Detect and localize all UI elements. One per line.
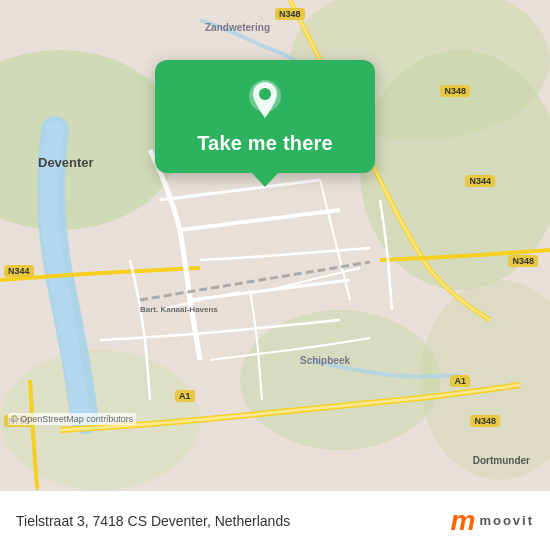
n348-badge-top: N348: [275, 8, 305, 20]
svg-point-5: [240, 310, 440, 450]
info-bar: Tielstraat 3, 7418 CS Deventer, Netherla…: [0, 490, 550, 550]
take-me-there-button[interactable]: Take me there: [197, 132, 333, 155]
moovit-logo: m moovit: [450, 507, 534, 535]
a1-badge-2: A1: [450, 375, 470, 387]
location-pin-bubble[interactable]: Take me there: [155, 60, 375, 173]
address-label: Tielstraat 3, 7418 CS Deventer, Netherla…: [16, 513, 290, 529]
map-pin-icon: [243, 78, 287, 122]
a1-badge-1: A1: [175, 390, 195, 402]
moovit-m-letter: m: [450, 507, 475, 535]
n348-badge-right-top: N348: [440, 85, 470, 97]
n344-badge-right: N348: [508, 255, 538, 267]
n344-badge-left: N344: [4, 265, 34, 277]
n348-badge-right-mid: N344: [465, 175, 495, 187]
n348-badge-bottom: N348: [470, 415, 500, 427]
moovit-wordmark: moovit: [479, 513, 534, 528]
svg-point-8: [259, 88, 271, 100]
map-container: N348 N348 N344 N348 N344 A1 A1 N790 N348…: [0, 0, 550, 490]
copyright-text: © OpenStreetMap contributors: [8, 413, 136, 425]
